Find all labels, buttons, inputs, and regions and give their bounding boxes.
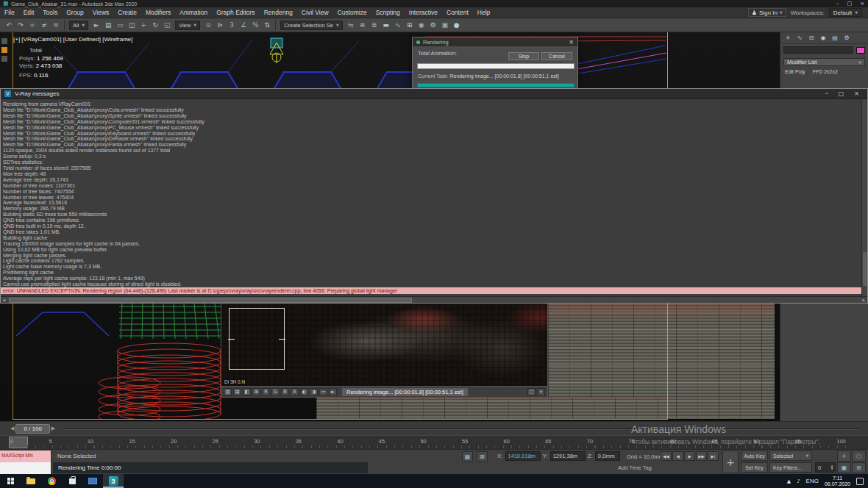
- duplicate-image-icon[interactable]: ⊞: [252, 388, 260, 396]
- cancel-button[interactable]: Cancel: [541, 52, 572, 60]
- menu-item[interactable]: Group: [62, 9, 88, 16]
- selection-filter-dropdown[interactable]: All ▼: [69, 21, 88, 30]
- vray-minimize-button[interactable]: –: [825, 90, 828, 97]
- motion-tab-icon[interactable]: ◉: [818, 34, 828, 42]
- next-frame-button[interactable]: ▶▶: [696, 451, 707, 461]
- menu-item[interactable]: Animation: [175, 9, 212, 16]
- save-image-icon[interactable]: ▥: [224, 388, 232, 396]
- selection-region-icon[interactable]: ▭: [114, 20, 126, 31]
- auto-key-button[interactable]: Auto Key: [741, 451, 768, 461]
- close-button[interactable]: ×: [860, 1, 864, 7]
- green-channel-icon[interactable]: G: [271, 388, 280, 396]
- render-setup-icon[interactable]: ⚙: [427, 20, 439, 31]
- action-center-icon[interactable]: [856, 478, 864, 485]
- alpha-channel-icon[interactable]: A: [291, 388, 299, 396]
- align-icon[interactable]: ≡: [357, 20, 369, 31]
- minimize-button[interactable]: –: [836, 1, 839, 7]
- monochrome-icon[interactable]: ◐: [300, 388, 308, 396]
- menu-item[interactable]: Customize: [333, 9, 371, 16]
- scroll-left-arrow[interactable]: ◀: [1, 298, 7, 302]
- rendered-frame-icon[interactable]: ▣: [439, 20, 451, 31]
- red-channel-icon[interactable]: R: [262, 388, 270, 396]
- bind-to-spacewarp-icon[interactable]: ≋: [50, 20, 62, 31]
- select-by-name-icon[interactable]: ▤: [102, 20, 114, 31]
- menu-item[interactable]: Create: [113, 9, 141, 16]
- clear-image-icon[interactable]: ◧: [243, 388, 251, 396]
- previous-frame-arrow[interactable]: ◀: [10, 426, 14, 431]
- viewport-layout-tabs[interactable]: [1, 38, 9, 65]
- toggle-ribbon-icon[interactable]: ▬: [380, 20, 392, 31]
- time-slider[interactable]: 0 / 100: [15, 424, 49, 434]
- layout-tab[interactable]: [1, 56, 7, 62]
- hierarchy-tab-icon[interactable]: ⊟: [806, 34, 817, 42]
- display-tab-icon[interactable]: ▤: [830, 34, 840, 42]
- volume-icon[interactable]: ♪: [797, 478, 800, 484]
- object-color-swatch[interactable]: [856, 47, 865, 54]
- current-frame-spinner[interactable]: 0 ▲ ▼: [815, 462, 836, 473]
- color-corrections-icon[interactable]: ◑: [310, 388, 318, 396]
- menu-item[interactable]: Civil View: [297, 9, 333, 16]
- listener-white-row[interactable]: [0, 462, 51, 474]
- render-production-icon[interactable]: ●: [451, 20, 463, 31]
- set-key-mode-button[interactable]: +: [722, 451, 739, 473]
- previous-frame-button[interactable]: ◀: [672, 451, 683, 461]
- select-and-link-icon[interactable]: ∞: [26, 20, 38, 31]
- taskbar-file-explorer[interactable]: [21, 474, 41, 488]
- maxscript-mini-listener[interactable]: MAXScript Min: [0, 451, 51, 474]
- menu-item[interactable]: Interactive: [405, 9, 442, 16]
- start-button[interactable]: [0, 474, 21, 488]
- menu-item[interactable]: Help: [473, 9, 494, 16]
- sign-in-button[interactable]: ♟ Sign In ▼: [748, 8, 786, 17]
- redo-icon[interactable]: ↷: [15, 20, 26, 31]
- snaps-toggle-icon[interactable]: 3: [226, 20, 238, 31]
- taskbar-store[interactable]: [62, 474, 82, 488]
- schematic-view-icon[interactable]: ⊞: [404, 20, 416, 31]
- zoom-extents-icon[interactable]: ▣: [837, 462, 851, 473]
- modifier-stack-item[interactable]: Edit Poly: [785, 69, 805, 74]
- modifier-list-dropdown[interactable]: Modifier List ▼: [783, 58, 865, 66]
- unlink-selection-icon[interactable]: ≠: [38, 20, 50, 31]
- selection-lock-icon[interactable]: ⊠: [477, 451, 488, 462]
- load-image-icon[interactable]: ▤: [233, 388, 241, 396]
- key-filters-button[interactable]: Key Filters...: [769, 462, 812, 473]
- viewport-label[interactable]: [+] [VRayCam001] [User Defined] [Wirefra…: [13, 36, 133, 43]
- use-pivot-icon[interactable]: ⊙: [202, 20, 214, 31]
- maximize-viewport-icon[interactable]: ⊞: [852, 462, 866, 473]
- menu-item[interactable]: Graph Editors: [212, 9, 259, 16]
- zoom-view-icon[interactable]: ○: [852, 451, 866, 462]
- curve-editor-icon[interactable]: ∿: [392, 20, 404, 31]
- undo-icon[interactable]: ↶: [3, 20, 15, 31]
- modifier-stack-item[interactable]: FFD 2x2x2: [813, 69, 838, 74]
- taskbar-chrome[interactable]: [41, 474, 62, 488]
- menu-item[interactable]: Views: [88, 9, 114, 16]
- vscroll-thumb[interactable]: [863, 252, 867, 286]
- menu-item[interactable]: File: [0, 9, 19, 16]
- go-to-start-button[interactable]: ◀◀: [661, 451, 672, 461]
- region-render-icon[interactable]: ▭: [319, 388, 327, 396]
- select-rotate-icon[interactable]: ↻: [149, 20, 161, 31]
- play-button[interactable]: ▶: [684, 451, 695, 461]
- spinner-down-icon[interactable]: ▼: [829, 467, 835, 471]
- vfb-dock-icon[interactable]: □: [527, 388, 536, 396]
- track-mouse-icon[interactable]: ►: [329, 388, 337, 396]
- material-editor-icon[interactable]: ◉: [416, 20, 427, 31]
- vray-horizontal-scrollbar[interactable]: ◀ ▶: [1, 296, 867, 303]
- hscroll-thumb[interactable]: [9, 298, 412, 303]
- menu-item[interactable]: Tools: [38, 9, 62, 16]
- angle-snap-icon[interactable]: ∠: [238, 20, 249, 31]
- window-crossing-icon[interactable]: ◫: [126, 20, 138, 31]
- taskbar-clock[interactable]: 7:11 06.07.2020: [825, 476, 850, 487]
- utilities-tab-icon[interactable]: ⚙: [842, 34, 852, 42]
- x-coordinate-field[interactable]: 1410,018m: [505, 451, 541, 461]
- taskbar-3dsmax[interactable]: 3: [103, 474, 124, 488]
- time-slider-track[interactable]: [64, 428, 861, 430]
- isolate-selection-icon[interactable]: ▦: [462, 451, 473, 462]
- listener-pink-row[interactable]: MAXScript Min: [0, 451, 51, 462]
- stop-button[interactable]: Stop: [508, 52, 539, 60]
- vray-messages-titlebar[interactable]: V V-Ray messages – □ ×: [1, 89, 867, 99]
- add-time-tag[interactable]: Add Time Tag: [618, 464, 652, 471]
- vray-close-button[interactable]: ×: [854, 90, 859, 97]
- z-coordinate-field[interactable]: 0,0mm: [595, 451, 620, 461]
- key-selection-dropdown[interactable]: Selected ▼: [769, 451, 812, 461]
- select-manipulate-icon[interactable]: ⊳: [214, 20, 226, 31]
